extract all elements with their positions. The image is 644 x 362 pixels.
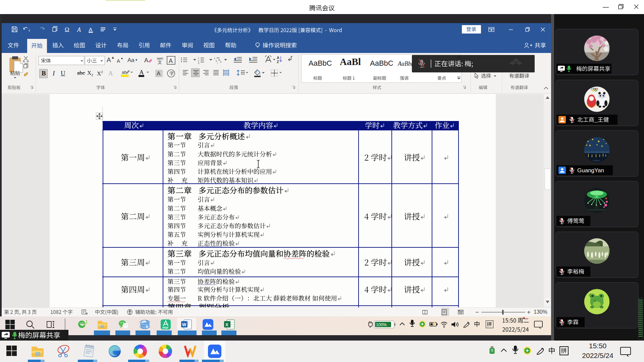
svg-text:Ω: Ω — [65, 26, 69, 33]
svg-text:ab: ab — [122, 70, 126, 75]
svg-text:Z: Z — [277, 60, 279, 64]
svg-text:A: A — [277, 56, 279, 60]
svg-text:3: 3 — [198, 62, 199, 64]
svg-text:A: A — [139, 69, 144, 76]
svg-text:a: a — [216, 60, 217, 62]
svg-text:X: X — [225, 322, 228, 327]
svg-text:1: 1 — [198, 57, 199, 59]
svg-text:A: A — [169, 58, 173, 64]
svg-text:A: A — [157, 70, 161, 77]
svg-text:100%: 100% — [376, 322, 387, 327]
svg-text:2: 2 — [198, 60, 199, 62]
svg-text:A: A — [144, 57, 148, 64]
svg-text:A: A — [77, 26, 81, 33]
svg-text:PDF: PDF — [163, 326, 169, 329]
svg-text:i: i — [217, 62, 218, 64]
svg-text:1: 1 — [214, 57, 215, 60]
svg-text:W: W — [182, 322, 186, 327]
svg-text:文: 文 — [158, 60, 162, 65]
svg-text:A: A — [89, 26, 92, 32]
